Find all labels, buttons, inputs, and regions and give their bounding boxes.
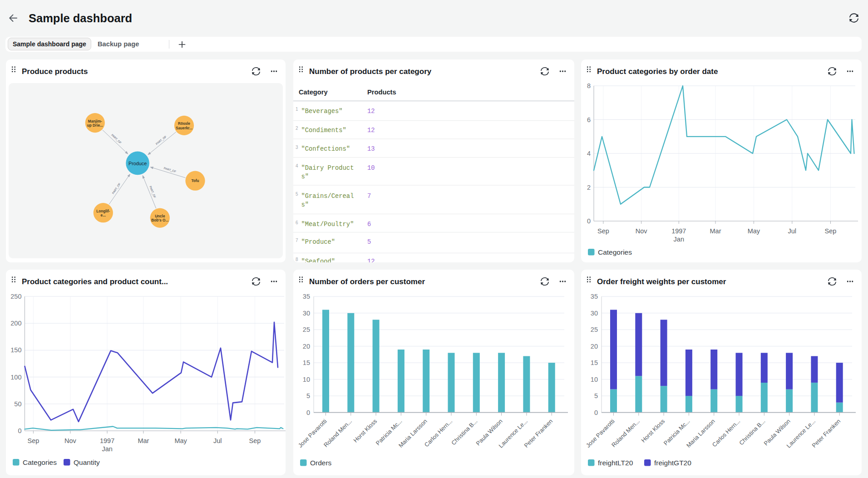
svg-text:13: 13 <box>367 146 375 153</box>
svg-text:8: 8 <box>587 82 591 89</box>
svg-text:15: 15 <box>303 359 310 366</box>
svg-text:50: 50 <box>14 400 21 408</box>
svg-text:0: 0 <box>594 409 598 416</box>
svg-text:Nov: Nov <box>636 227 648 235</box>
svg-text:May: May <box>174 437 187 444</box>
svg-text:"Grains/Cereal: "Grains/Cereal <box>301 193 354 200</box>
svg-text:Rössle: Rössle <box>178 122 190 126</box>
svg-text:Sep: Sep <box>597 227 609 235</box>
svg-text:1997: 1997 <box>100 437 114 444</box>
svg-text:0: 0 <box>587 217 591 225</box>
svg-text:10: 10 <box>303 376 310 383</box>
svg-text:2: 2 <box>587 184 591 191</box>
svg-text:Quantity: Quantity <box>74 458 100 466</box>
svg-text:"Seafood": "Seafood" <box>301 258 335 262</box>
svg-text:"Meat/Poultry": "Meat/Poultry" <box>301 221 354 228</box>
svg-text:1997: 1997 <box>671 227 686 235</box>
svg-text:2: 2 <box>296 126 298 131</box>
svg-text:Orders: Orders <box>310 459 332 467</box>
svg-text:up Drie...: up Drie... <box>87 123 103 128</box>
svg-text:Categories: Categories <box>598 248 632 256</box>
svg-text:4: 4 <box>296 163 298 168</box>
svg-text:Categories: Categories <box>23 458 57 466</box>
svg-text:15: 15 <box>591 359 598 366</box>
svg-text:3: 3 <box>296 145 298 150</box>
svg-text:6: 6 <box>367 221 371 228</box>
svg-text:Tofu: Tofu <box>191 179 199 183</box>
svg-text:Category: Category <box>299 89 328 96</box>
svg-text:Longlif-: Longlif- <box>96 209 110 213</box>
svg-text:s": s" <box>301 173 309 180</box>
svg-text:Sauerkr...: Sauerkr... <box>176 126 192 130</box>
svg-text:Horst Kloss: Horst Kloss <box>640 418 666 444</box>
svg-text:30: 30 <box>591 310 598 317</box>
svg-text:7: 7 <box>296 238 298 243</box>
svg-text:5: 5 <box>367 239 371 246</box>
svg-text:freightGT20: freightGT20 <box>654 459 691 467</box>
svg-text:"Dairy Product: "Dairy Product <box>301 165 354 172</box>
svg-text:12: 12 <box>367 258 375 262</box>
svg-text:6: 6 <box>296 220 298 225</box>
svg-text:20: 20 <box>303 343 310 350</box>
svg-text:12: 12 <box>367 108 375 115</box>
svg-text:6: 6 <box>587 116 591 123</box>
svg-text:Mar: Mar <box>710 227 721 235</box>
svg-text:5: 5 <box>306 392 310 399</box>
svg-text:Sep: Sep <box>825 227 837 235</box>
svg-text:5: 5 <box>296 192 298 197</box>
svg-text:e...: e... <box>101 213 106 217</box>
svg-text:freightLT20: freightLT20 <box>598 459 633 467</box>
svg-text:"Beverages": "Beverages" <box>301 108 343 115</box>
svg-text:Sep: Sep <box>249 437 261 444</box>
svg-text:12: 12 <box>367 127 375 134</box>
svg-text:25: 25 <box>303 326 310 333</box>
svg-text:0: 0 <box>18 427 21 434</box>
svg-text:20: 20 <box>591 343 598 350</box>
svg-text:7: 7 <box>367 193 371 200</box>
svg-text:Sep: Sep <box>27 437 39 444</box>
svg-text:30: 30 <box>303 310 310 317</box>
svg-text:10: 10 <box>591 376 598 383</box>
svg-text:Horst Kloss: Horst Kloss <box>352 418 379 444</box>
svg-text:Jul: Jul <box>788 227 797 235</box>
svg-text:5: 5 <box>594 392 598 399</box>
svg-text:0: 0 <box>306 409 310 416</box>
svg-text:Manjim-: Manjim- <box>88 119 102 123</box>
svg-text:"Condiments": "Condiments" <box>301 127 346 134</box>
svg-text:"Produce": "Produce" <box>301 239 335 246</box>
svg-text:100: 100 <box>10 374 21 381</box>
svg-text:1: 1 <box>296 107 298 112</box>
svg-text:Mar: Mar <box>138 437 149 444</box>
svg-text:May: May <box>748 227 760 235</box>
svg-text:200: 200 <box>10 320 21 327</box>
svg-text:150: 150 <box>10 346 21 354</box>
svg-text:8: 8 <box>296 257 298 262</box>
svg-text:Uncle: Uncle <box>155 214 165 218</box>
svg-text:4: 4 <box>587 150 591 157</box>
svg-text:s": s" <box>301 202 309 208</box>
svg-text:10: 10 <box>367 165 375 172</box>
svg-text:Products: Products <box>367 89 396 96</box>
svg-text:Jan: Jan <box>102 445 112 453</box>
svg-text:Sample dashboard: Sample dashboard <box>29 12 132 25</box>
svg-text:250: 250 <box>10 293 21 300</box>
svg-text:Bob's O...: Bob's O... <box>151 218 168 222</box>
svg-text:35: 35 <box>303 293 310 300</box>
svg-text:Jul: Jul <box>213 437 222 444</box>
svg-text:35: 35 <box>591 293 598 300</box>
svg-text:Jan: Jan <box>674 236 684 243</box>
svg-text:25: 25 <box>591 326 598 333</box>
svg-text:Produce: Produce <box>128 161 147 166</box>
svg-text:Nov: Nov <box>64 437 77 444</box>
svg-text:"Confections": "Confections" <box>301 146 350 153</box>
